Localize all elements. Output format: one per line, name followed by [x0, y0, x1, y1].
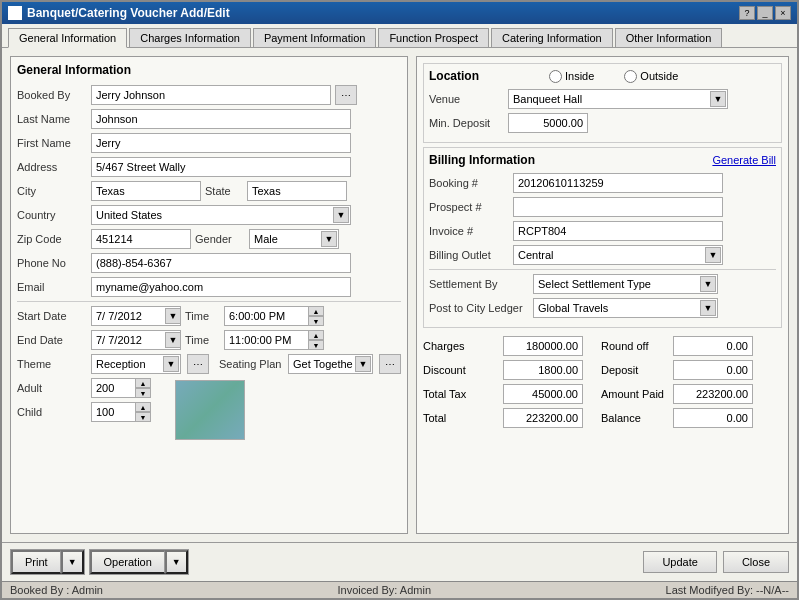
child-up[interactable]: ▲: [135, 402, 151, 412]
venue-select[interactable]: Banqueet Hall: [508, 89, 728, 109]
start-date-input[interactable]: [91, 306, 181, 326]
state-label: State: [205, 185, 243, 197]
deposit-label: Deposit: [593, 364, 673, 376]
child-wrapper: ▲ ▼: [91, 402, 151, 422]
booked-by-browse-button[interactable]: ⋯: [335, 85, 357, 105]
end-time-up[interactable]: ▲: [308, 330, 324, 340]
booked-by-label: Booked By: [17, 89, 87, 101]
billing-outlet-wrapper: Central ▼: [513, 245, 723, 265]
amount-paid-input[interactable]: [673, 384, 753, 404]
operation-dropdown-button[interactable]: ▼: [165, 550, 188, 574]
tab-charges-information[interactable]: Charges Information: [129, 28, 251, 47]
billing-outlet-label: Billing Outlet: [429, 249, 509, 261]
total-tax-input[interactable]: [503, 384, 583, 404]
content-area: General Information Booked By ⋯ Last Nam…: [2, 48, 797, 542]
left-panel: General Information Booked By ⋯ Last Nam…: [10, 56, 408, 534]
end-time-down[interactable]: ▼: [308, 340, 324, 350]
tab-other-information[interactable]: Other Information: [615, 28, 723, 47]
footer-left-buttons: Print ▼ Operation ▼: [10, 549, 189, 575]
seating-image: [175, 380, 245, 440]
booking-input[interactable]: [513, 173, 723, 193]
charges-input[interactable]: [503, 336, 583, 356]
tab-function-prospect[interactable]: Function Prospect: [378, 28, 489, 47]
outside-radio-label[interactable]: Outside: [624, 70, 678, 83]
total-input[interactable]: [503, 408, 583, 428]
discount-label: Discount: [423, 364, 503, 376]
adult-row: Adult ▲ ▼: [17, 378, 151, 398]
minimize-button[interactable]: _: [757, 6, 773, 20]
gender-select[interactable]: Male: [249, 229, 339, 249]
end-time-wrapper: ▲ ▼: [224, 330, 324, 350]
end-date-wrapper: ▼: [91, 330, 181, 350]
theme-select[interactable]: Reception: [91, 354, 181, 374]
booked-by-row: Booked By ⋯: [17, 85, 401, 105]
outside-label: Outside: [640, 70, 678, 82]
post-to-city-select[interactable]: Global Travels: [533, 298, 718, 318]
adult-down[interactable]: ▼: [135, 388, 151, 398]
deposit-input[interactable]: [673, 360, 753, 380]
gender-select-wrapper: Male ▼: [249, 229, 339, 249]
close-button[interactable]: Close: [723, 551, 789, 573]
inside-radio[interactable]: [549, 70, 562, 83]
prospect-input[interactable]: [513, 197, 723, 217]
close-button[interactable]: ×: [775, 6, 791, 20]
first-name-input[interactable]: [91, 133, 351, 153]
help-button[interactable]: ?: [739, 6, 755, 20]
billing-outlet-row: Billing Outlet Central ▼: [429, 245, 776, 265]
end-date-label: End Date: [17, 334, 87, 346]
booked-by-input[interactable]: [91, 85, 331, 105]
adult-up[interactable]: ▲: [135, 378, 151, 388]
seating-select-wrapper: Get Togethe ▼: [288, 354, 373, 374]
adult-wrapper: ▲ ▼: [91, 378, 151, 398]
window-controls: ? _ ×: [739, 6, 791, 20]
inside-radio-label[interactable]: Inside: [549, 70, 594, 83]
adult-child-image-row: Adult ▲ ▼ Child: [17, 378, 401, 440]
discount-input[interactable]: [503, 360, 583, 380]
email-input[interactable]: [91, 277, 351, 297]
update-button[interactable]: Update: [643, 551, 716, 573]
operation-button[interactable]: Operation: [90, 550, 165, 574]
min-deposit-input[interactable]: [508, 113, 588, 133]
start-time-down[interactable]: ▼: [308, 316, 324, 326]
address-input[interactable]: [91, 157, 351, 177]
separator-1: [17, 301, 401, 302]
last-name-label: Last Name: [17, 113, 87, 125]
end-date-input[interactable]: [91, 330, 181, 350]
address-label: Address: [17, 161, 87, 173]
phone-input[interactable]: [91, 253, 351, 273]
venue-row: Venue Banqueet Hall ▼: [429, 89, 776, 109]
city-state-row: City State: [17, 181, 401, 201]
location-title: Location: [429, 69, 499, 83]
roundoff-input[interactable]: [673, 336, 753, 356]
tab-general-information[interactable]: General Information: [8, 28, 127, 48]
outside-radio[interactable]: [624, 70, 637, 83]
booking-label: Booking #: [429, 177, 509, 189]
start-time-spinner: ▲ ▼: [308, 306, 324, 326]
billing-section: Billing Information Generate Bill Bookin…: [423, 147, 782, 328]
state-input[interactable]: [247, 181, 347, 201]
zip-input[interactable]: [91, 229, 191, 249]
adult-spinner: ▲ ▼: [135, 378, 151, 398]
settlement-row: Settlement By Select Settlement Type ▼: [429, 274, 776, 294]
min-deposit-label: Min. Deposit: [429, 117, 504, 129]
print-button[interactable]: Print: [11, 550, 61, 574]
generate-bill-link[interactable]: Generate Bill: [712, 154, 776, 166]
country-select[interactable]: United States: [91, 205, 351, 225]
city-input[interactable]: [91, 181, 201, 201]
end-date-row: End Date ▼ Time ▲ ▼: [17, 330, 401, 350]
tab-catering-information[interactable]: Catering Information: [491, 28, 613, 47]
settlement-select[interactable]: Select Settlement Type: [533, 274, 718, 294]
theme-browse-button[interactable]: ⋯: [187, 354, 209, 374]
print-dropdown-button[interactable]: ▼: [61, 550, 84, 574]
seating-browse-button[interactable]: ⋯: [379, 354, 401, 374]
zip-label: Zip Code: [17, 233, 87, 245]
tab-payment-information[interactable]: Payment Information: [253, 28, 377, 47]
seating-select[interactable]: Get Togethe: [288, 354, 373, 374]
invoice-input[interactable]: [513, 221, 723, 241]
last-name-input[interactable]: [91, 109, 351, 129]
child-down[interactable]: ▼: [135, 412, 151, 422]
start-time-up[interactable]: ▲: [308, 306, 324, 316]
billing-outlet-select[interactable]: Central: [513, 245, 723, 265]
balance-input[interactable]: [673, 408, 753, 428]
end-time-label: Time: [185, 334, 220, 346]
